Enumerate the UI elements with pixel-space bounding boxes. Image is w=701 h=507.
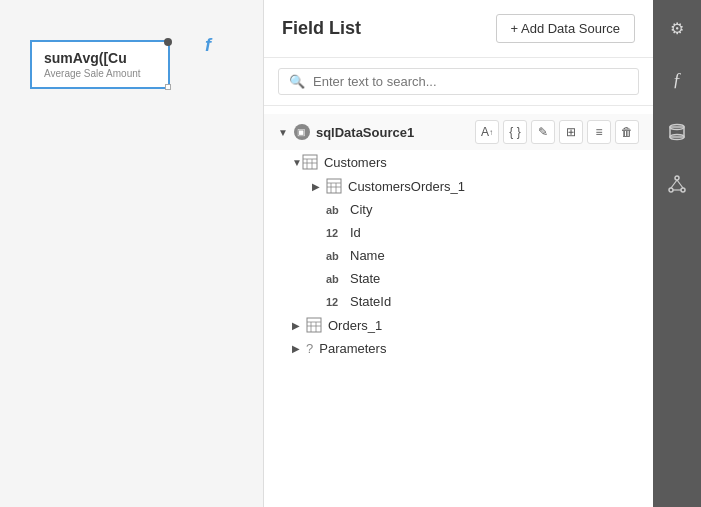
parameters-chevron[interactable]: ▶ xyxy=(292,343,300,354)
datasource-name: sqlDataSource1 xyxy=(316,125,414,140)
field-type-id: 12 xyxy=(326,227,342,239)
formula-toolbar-btn[interactable]: ƒ xyxy=(659,62,695,98)
customers-orders-chevron[interactable]: ▶ xyxy=(312,181,320,192)
field-type-name: ab xyxy=(326,250,342,262)
field-state[interactable]: ab State xyxy=(264,267,653,290)
formula-widget[interactable]: sumAvg([Cu Average Sale Amount xyxy=(30,40,170,89)
field-name-name: Name xyxy=(350,248,385,263)
field-name-city: City xyxy=(350,202,372,217)
action-ai-btn[interactable]: A↑ xyxy=(475,120,499,144)
customers-orders-label: CustomersOrders_1 xyxy=(348,179,465,194)
customers-node[interactable]: ▼ Customers xyxy=(264,150,653,174)
formula-expression: sumAvg([Cu xyxy=(44,50,156,66)
add-datasource-button[interactable]: + Add Data Source xyxy=(496,14,636,43)
database-icon: ▣ xyxy=(294,124,310,140)
parameters-node[interactable]: ▶ ? Parameters xyxy=(264,337,653,360)
settings-icon: ⚙ xyxy=(670,19,684,38)
customers-orders-table-icon xyxy=(326,178,342,194)
datasource-actions: A↑ { } ✎ ⊞ ≡ 🗑 xyxy=(475,120,639,144)
action-code-btn[interactable]: { } xyxy=(503,120,527,144)
network-icon xyxy=(667,174,687,194)
orders-node[interactable]: ▶ Orders_1 xyxy=(264,313,653,337)
database-toolbar-btn[interactable] xyxy=(659,114,695,150)
field-name-state: State xyxy=(350,271,380,286)
datasource-chevron[interactable]: ▼ xyxy=(278,127,288,138)
function-icon: f xyxy=(205,35,211,56)
field-type-city: ab xyxy=(326,204,342,216)
action-list-btn[interactable]: ≡ xyxy=(587,120,611,144)
svg-point-20 xyxy=(681,188,685,192)
orders-chevron[interactable]: ▶ xyxy=(292,320,300,331)
datasource-left: ▼ ▣ sqlDataSource1 xyxy=(278,124,414,140)
search-wrap: 🔍 xyxy=(278,68,639,95)
customers-label: Customers xyxy=(324,155,387,170)
action-grid-btn[interactable]: ⊞ xyxy=(559,120,583,144)
network-toolbar-btn[interactable] xyxy=(659,166,695,202)
field-id[interactable]: 12 Id xyxy=(264,221,653,244)
svg-point-19 xyxy=(669,188,673,192)
customers-table-icon xyxy=(302,154,318,170)
field-list-panel: Field List + Add Data Source 🔍 ▼ ▣ sqlDa… xyxy=(263,0,653,507)
search-input[interactable] xyxy=(313,74,628,89)
orders-label: Orders_1 xyxy=(328,318,382,333)
svg-line-21 xyxy=(671,180,677,188)
parameters-icon: ? xyxy=(306,341,313,356)
formula-description: Average Sale Amount xyxy=(44,68,156,79)
customers-orders-node[interactable]: ▶ CustomersOrders_1 xyxy=(264,174,653,198)
action-delete-btn[interactable]: 🗑 xyxy=(615,120,639,144)
settings-toolbar-btn[interactable]: ⚙ xyxy=(659,10,695,46)
panel-title: Field List xyxy=(282,18,361,39)
field-stateid[interactable]: 12 StateId xyxy=(264,290,653,313)
svg-rect-5 xyxy=(327,179,341,193)
field-name-stateid: StateId xyxy=(350,294,391,309)
action-edit-btn[interactable]: ✎ xyxy=(531,120,555,144)
parameters-label: Parameters xyxy=(319,341,386,356)
svg-line-22 xyxy=(677,180,683,188)
tree-area: ▼ ▣ sqlDataSource1 A↑ { } ✎ ⊞ ≡ 🗑 ▼ xyxy=(264,106,653,507)
search-area: 🔍 xyxy=(264,58,653,106)
resize-handle-br[interactable] xyxy=(165,84,171,90)
field-type-state: ab xyxy=(326,273,342,285)
customers-chevron[interactable]: ▼ xyxy=(292,157,302,168)
formula-icon: ƒ xyxy=(673,70,682,91)
cylinder-icon xyxy=(667,122,687,142)
right-toolbar: ⚙ ƒ xyxy=(653,0,701,507)
panel-header: Field List + Add Data Source xyxy=(264,0,653,58)
field-name-id: Id xyxy=(350,225,361,240)
field-name-row[interactable]: ab Name xyxy=(264,244,653,267)
field-type-stateid: 12 xyxy=(326,296,342,308)
svg-point-18 xyxy=(675,176,679,180)
orders-table-icon xyxy=(306,317,322,333)
field-city[interactable]: ab City xyxy=(264,198,653,221)
svg-rect-0 xyxy=(303,155,317,169)
resize-handle-tl[interactable] xyxy=(164,38,172,46)
search-icon: 🔍 xyxy=(289,74,305,89)
svg-rect-10 xyxy=(307,318,321,332)
canvas-area: sumAvg([Cu Average Sale Amount f xyxy=(0,0,263,507)
datasource-row: ▼ ▣ sqlDataSource1 A↑ { } ✎ ⊞ ≡ 🗑 xyxy=(264,114,653,150)
